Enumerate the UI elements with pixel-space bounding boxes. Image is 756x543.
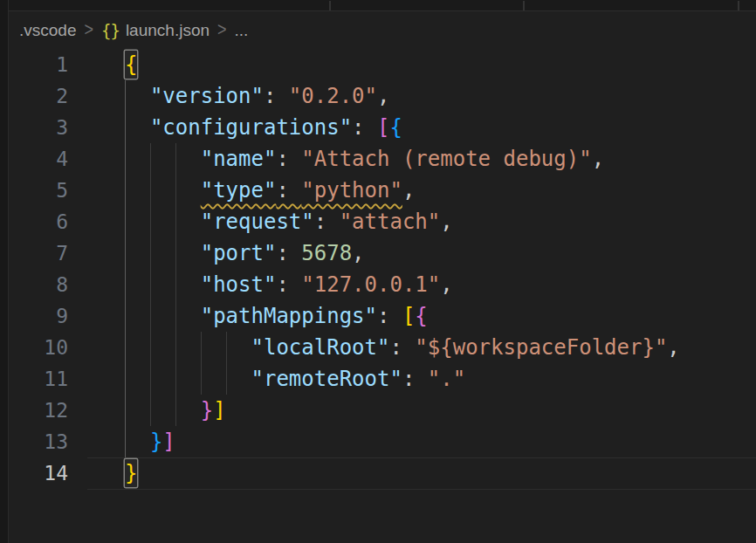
- code-line[interactable]: 9 "pathMappings": [{: [0, 300, 756, 332]
- code-text[interactable]: "configurations": [{: [125, 112, 402, 143]
- token-punct: ,: [440, 210, 452, 234]
- code-text[interactable]: }]: [125, 426, 175, 457]
- token-punct: :: [352, 115, 377, 140]
- token-punct: ,: [402, 178, 415, 203]
- code-text[interactable]: "port": 5678,: [125, 237, 365, 269]
- code-text[interactable]: "request": "attach",: [125, 206, 453, 237]
- code-line[interactable]: 3 "configurations": [{: [0, 112, 756, 143]
- token-punct: ,: [667, 335, 679, 360]
- indent-guide: [226, 332, 227, 395]
- token-warning-squiggle: "python": [301, 178, 402, 203]
- indent-spaces: [125, 304, 201, 328]
- indent-spaces: [125, 178, 201, 203]
- indent-spaces: [125, 335, 251, 360]
- token-key: "version": [150, 84, 264, 108]
- token-key: "localRoot": [251, 335, 390, 360]
- chevron-right-icon: >: [84, 18, 93, 41]
- token-punct: :: [276, 241, 301, 265]
- token-warning-squiggle: "type": [201, 178, 277, 203]
- sidebar-edge: [0, 0, 9, 543]
- token-punct: :: [276, 147, 301, 171]
- code-line[interactable]: 8 "host": "127.0.0.1",: [0, 269, 756, 300]
- line-number[interactable]: 14: [26, 457, 68, 489]
- line-number[interactable]: 11: [26, 363, 68, 395]
- code-text[interactable]: "localRoot": "${workspaceFolder}",: [125, 332, 680, 363]
- token-string: "0.2.0": [289, 84, 377, 108]
- code-text[interactable]: "version": "0.2.0",: [125, 80, 389, 112]
- token-string: "Attach (remote debug)": [301, 147, 591, 171]
- code-line[interactable]: 2 "version": "0.2.0",: [0, 80, 756, 112]
- indent-guide: [150, 143, 151, 426]
- breadcrumb-file[interactable]: launch.json: [126, 21, 210, 40]
- line-number[interactable]: 5: [26, 175, 68, 206]
- token-bracket3: }: [150, 430, 162, 454]
- token-punct: :: [276, 272, 301, 297]
- code-line[interactable]: 11 "remoteRoot": ".": [0, 363, 756, 395]
- code-line[interactable]: 14}: [0, 457, 756, 489]
- line-number[interactable]: 4: [26, 143, 68, 175]
- token-key: "request": [201, 210, 314, 234]
- token-punct: ,: [440, 272, 452, 297]
- line-number[interactable]: 9: [26, 300, 68, 332]
- breadcrumb-folder[interactable]: .vscode: [19, 21, 76, 40]
- active-indent-guide: [125, 80, 126, 457]
- token-bracket2: [: [377, 115, 389, 140]
- code-line[interactable]: 10 "localRoot": "${workspaceFolder}",: [0, 332, 756, 363]
- token-bracket1: [: [402, 304, 415, 328]
- line-number[interactable]: 1: [26, 49, 68, 80]
- line-number[interactable]: 8: [26, 269, 68, 300]
- json-file-icon: {}: [101, 21, 120, 40]
- token-string: ".": [428, 367, 465, 391]
- token-key: "configurations": [150, 115, 352, 140]
- code-line[interactable]: 5 "type": "python",: [0, 175, 756, 206]
- token-string: "attach": [340, 210, 441, 234]
- code-line[interactable]: 13 }]: [0, 426, 756, 457]
- token-warning-squiggle: :: [276, 178, 301, 203]
- token-punct: :: [264, 84, 289, 108]
- token-punct: ,: [352, 241, 364, 265]
- token-bracket2: ]: [162, 430, 175, 454]
- line-number[interactable]: 3: [26, 112, 68, 143]
- indent-spaces: [125, 241, 201, 265]
- code-text[interactable]: "host": "127.0.0.1",: [125, 269, 453, 300]
- token-punct: ,: [592, 147, 604, 171]
- line-number[interactable]: 12: [26, 395, 68, 426]
- breadcrumb: .vscode > {} launch.json > ...: [8, 11, 756, 49]
- code-editor[interactable]: 1{2 "version": "0.2.0",3 "configurations…: [0, 0, 756, 543]
- line-number[interactable]: 6: [26, 206, 68, 237]
- token-key: "remoteRoot": [251, 367, 402, 391]
- chevron-right-icon: >: [217, 18, 227, 41]
- code-text[interactable]: "type": "python",: [125, 175, 415, 206]
- line-number[interactable]: 13: [26, 426, 68, 457]
- indent-spaces: [125, 430, 150, 454]
- code-line[interactable]: 6 "request": "attach",: [0, 206, 756, 237]
- vscode-editor-window: 1{2 "version": "0.2.0",3 "configurations…: [0, 0, 756, 543]
- code-text[interactable]: "pathMappings": [{: [125, 300, 428, 332]
- token-punct: ,: [377, 84, 389, 108]
- line-number[interactable]: 7: [26, 237, 68, 269]
- indent-spaces: [125, 398, 201, 423]
- token-bracket1: ]: [213, 398, 225, 423]
- indent-spaces: [125, 115, 150, 140]
- indent-guide: [201, 332, 202, 395]
- indent-spaces: [125, 147, 201, 171]
- code-line[interactable]: 4 "name": "Attach (remote debug)",: [0, 143, 756, 175]
- code-text[interactable]: }: [125, 457, 137, 489]
- token-punct: :: [402, 367, 428, 391]
- indent-spaces: [125, 210, 201, 234]
- code-text[interactable]: {: [125, 49, 137, 80]
- indent-spaces: [125, 84, 150, 108]
- breadcrumb-symbol-more[interactable]: ...: [235, 21, 249, 40]
- token-key: "pathMappings": [201, 304, 377, 328]
- indent-spaces: [125, 272, 201, 297]
- code-text[interactable]: "name": "Attach (remote debug)",: [125, 143, 604, 175]
- token-key: "port": [201, 241, 277, 265]
- token-bracket2: {: [415, 304, 427, 328]
- code-line[interactable]: 1{: [0, 49, 756, 80]
- line-number[interactable]: 2: [26, 80, 68, 112]
- code-line[interactable]: 7 "port": 5678,: [0, 237, 756, 269]
- code-line[interactable]: 12 }]: [0, 395, 756, 426]
- indent-spaces: [125, 367, 251, 391]
- token-number: 5678: [301, 241, 352, 265]
- line-number[interactable]: 10: [26, 332, 68, 363]
